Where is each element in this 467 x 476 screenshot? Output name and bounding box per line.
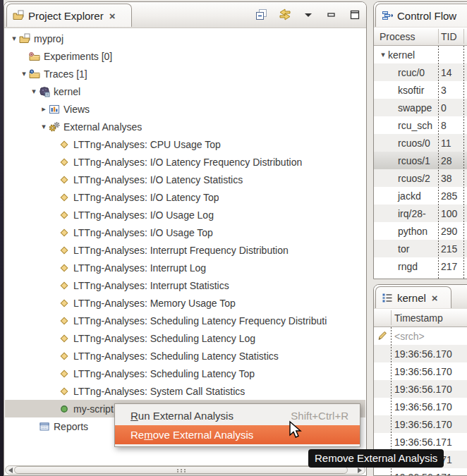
- tree-item-views[interactable]: ▸ Views: [5, 100, 365, 118]
- tree-item-traces-1[interactable]: ▾ Traces [1]: [5, 65, 365, 83]
- tree-item-kernel[interactable]: ▾ kernel: [5, 83, 365, 100]
- event-row-8[interactable]: 19:36:56.171: [374, 468, 467, 475]
- process-row-python[interactable]: python290: [374, 222, 467, 240]
- expander-open-icon[interactable]: ▾: [19, 70, 29, 78]
- control-flow-header: Process TID: [374, 28, 467, 46]
- events-header: Timestamp: [374, 309, 467, 327]
- analysis-diamond-icon: [59, 245, 70, 256]
- expander-open-icon[interactable]: ▾: [29, 87, 39, 95]
- tree-item-label: LTTng-Analyses: I/O Latency Statistics: [73, 174, 243, 185]
- tree-item-lttng-analyses-i-o-usage-top[interactable]: LTTng-Analyses: I/O Usage Top: [5, 224, 365, 241]
- timestamp-cell: 19:36:56.170: [394, 366, 467, 377]
- process-row-jackd[interactable]: jackd285: [374, 187, 467, 205]
- process-name-cell: swappe: [374, 102, 438, 114]
- analysis-diamond-icon: [59, 386, 70, 397]
- tree-item-label: Traces [1]: [44, 68, 87, 80]
- tree-item-experiments-0[interactable]: Experiments [0]: [5, 47, 365, 65]
- tab-title: kernel: [397, 292, 426, 304]
- event-row-3[interactable]: 19:36:56.170: [374, 380, 467, 398]
- scroll-left-icon[interactable]: [8, 468, 13, 473]
- column-resize-handle[interactable]: [463, 29, 464, 44]
- analysis-diamond-icon: [59, 280, 70, 291]
- process-row-irq-28[interactable]: irq/28-100: [374, 205, 467, 222]
- analysis-diamond-icon: [59, 209, 70, 221]
- event-row-5[interactable]: 19:36:56.170: [374, 415, 467, 433]
- tree-item-lttng-analyses-interrupt-log[interactable]: LTTng-Analyses: Interrupt Log: [5, 259, 365, 276]
- expander-open-icon[interactable]: ▾: [9, 35, 19, 42]
- menu-item-run-external-analysis[interactable]: Run External AnalysisShift+Ctrl+R: [115, 406, 360, 425]
- control-flow-tabbar: Control Flow: [374, 2, 467, 28]
- tree-item-label: LTTng-Analyses: Scheduling Latency Top: [73, 368, 255, 379]
- tree-item-lttng-analyses-memory-usage-top[interactable]: LTTng-Analyses: Memory Usage Top: [5, 294, 365, 312]
- tooltip: Remove External Analysis: [308, 449, 444, 468]
- timestamp-cell: 19:36:56.171: [394, 472, 467, 476]
- event-row-2[interactable]: 19:36:56.170: [374, 362, 467, 380]
- process-row-rcu-sch[interactable]: rcu_sch8: [374, 116, 467, 134]
- tab-title: Project Explorer: [28, 10, 104, 22]
- tree-item-lttng-analyses-i-o-latency-top[interactable]: LTTng-Analyses: I/O Latency Top: [5, 188, 365, 206]
- process-name-cell: jackd: [374, 190, 438, 202]
- process-row-kernel[interactable]: ▾kernel: [374, 46, 467, 63]
- expander-open-icon[interactable]: ▾: [39, 123, 49, 130]
- analysis-diamond-icon: [59, 139, 70, 150]
- timestamp-cell: 19:36:56.170: [394, 419, 467, 430]
- column-header-tid[interactable]: TID: [441, 28, 457, 45]
- search-filter-cell[interactable]: <srch>: [394, 331, 467, 342]
- maximize-icon[interactable]: [348, 8, 362, 22]
- process-row-rngd[interactable]: rngd217: [374, 257, 467, 275]
- column-resize-handle[interactable]: [438, 29, 439, 44]
- tree-item-lttng-analyses-i-o-usage-log[interactable]: LTTng-Analyses: I/O Usage Log: [5, 206, 365, 224]
- tree-item-lttng-analyses-scheduling-latency-statistics[interactable]: LTTng-Analyses: Scheduling Latency Stati…: [5, 347, 365, 365]
- tree-item-label: myproj: [34, 33, 63, 44]
- collapse-all-icon[interactable]: [255, 8, 269, 22]
- tree-item-myproj[interactable]: ▾ myproj: [5, 30, 365, 47]
- column-resize-handle[interactable]: [391, 310, 392, 325]
- minimize-icon[interactable]: [325, 8, 339, 22]
- expander-open-icon[interactable]: ▾: [378, 51, 388, 59]
- tree-item-lttng-analyses-i-o-latency-statistics[interactable]: LTTng-Analyses: I/O Latency Statistics: [5, 171, 365, 188]
- tab-control-flow[interactable]: Control Flow: [375, 4, 467, 27]
- tree-item-lttng-analyses-cpu-usage-top[interactable]: LTTng-Analyses: CPU Usage Top: [5, 135, 365, 153]
- process-row-swappe[interactable]: swappe0: [374, 99, 467, 116]
- tree-item-label: LTTng-Analyses: I/O Latency Top: [73, 192, 219, 203]
- column-header-process[interactable]: Process: [380, 28, 416, 45]
- expander-closed-icon[interactable]: ▸: [39, 105, 49, 113]
- tab-kernel-events[interactable]: kernel ×: [375, 286, 451, 308]
- project-explorer-icon: [13, 10, 24, 21]
- column-header-timestamp[interactable]: Timestamp: [394, 309, 443, 327]
- event-row-4[interactable]: 19:36:56.170: [374, 398, 467, 415]
- process-name-cell: irq/28-: [374, 208, 438, 219]
- scrollbar-thumb[interactable]: [14, 466, 348, 474]
- tree-item-lttng-analyses-system-call-statistics[interactable]: LTTng-Analyses: System Call Statistics: [5, 382, 365, 400]
- event-row-search[interactable]: <srch>: [374, 327, 467, 345]
- process-row-ksoftir[interactable]: ksoftir3: [374, 81, 467, 99]
- tree-item-lttng-analyses-scheduling-latency-frequency-distributi[interactable]: LTTng-Analyses: Scheduling Latency Frequ…: [5, 312, 365, 329]
- tree-item-lttng-analyses-interrupt-frequency-distribution[interactable]: LTTng-Analyses: Interrupt Frequency Dist…: [5, 241, 365, 259]
- project-folder-icon: [19, 33, 30, 44]
- tab-project-explorer[interactable]: Project Explorer ×: [6, 4, 132, 27]
- tree-item-external-analyses[interactable]: ▾ External Analyses: [5, 118, 365, 135]
- close-icon[interactable]: ×: [109, 11, 116, 21]
- process-row-rcuos-1[interactable]: rcuos/128: [374, 152, 467, 169]
- tree-item-lttng-analyses-scheduling-latency-top[interactable]: LTTng-Analyses: Scheduling Latency Top: [5, 365, 365, 382]
- event-row-6[interactable]: 19:36:56.171: [374, 433, 467, 451]
- event-row-1[interactable]: 19:36:56.170: [374, 345, 467, 362]
- link-with-editor-icon[interactable]: [278, 8, 292, 22]
- close-icon[interactable]: ×: [432, 293, 438, 303]
- analysis-diamond-icon: [59, 298, 70, 309]
- process-row-rcuos-2[interactable]: rcuos/238: [374, 169, 467, 187]
- tree-item-lttng-analyses-i-o-latency-frequency-distribution[interactable]: LTTng-Analyses: I/O Latency Frequency Di…: [5, 153, 365, 171]
- analysis-diamond-icon: [59, 350, 70, 362]
- view-menu-icon[interactable]: [301, 8, 315, 22]
- scroll-right-icon[interactable]: [358, 468, 362, 473]
- menu-item-remove-external-analysis[interactable]: Remove External Analysis: [115, 425, 360, 444]
- tree-item-lttng-analyses-interrupt-statistics[interactable]: LTTng-Analyses: Interrupt Statistics: [5, 276, 365, 294]
- process-name-cell: rcuc/0: [374, 67, 438, 78]
- process-row-tor[interactable]: tor215: [374, 240, 467, 257]
- project-tree: ▾ myproj Experiments [0]▾ Traces [1]▾ ke…: [5, 28, 365, 465]
- events-tabbar: kernel ×: [374, 285, 467, 310]
- analysis-diamond-icon: [59, 315, 70, 327]
- tree-item-lttng-analyses-scheduling-latency-log[interactable]: LTTng-Analyses: Scheduling Latency Log: [5, 329, 365, 347]
- process-row-rcuc-0[interactable]: rcuc/014: [374, 63, 467, 81]
- process-row-rcuos-0[interactable]: rcuos/011: [374, 134, 467, 152]
